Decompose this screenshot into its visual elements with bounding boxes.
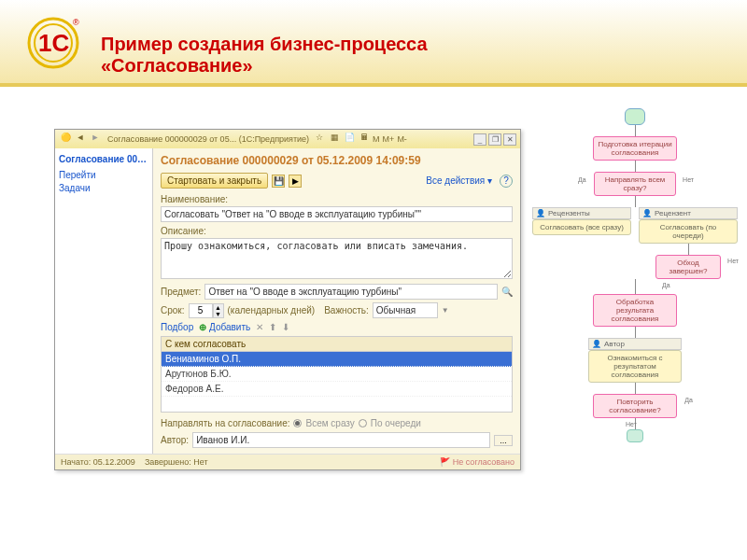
pick-link[interactable]: Подбор (161, 322, 193, 332)
repeat-node: Повторить согласование? Да Нет (593, 394, 677, 418)
start-node (625, 108, 645, 125)
form-title: Согласование 000000029 от 05.12.2009 14:… (161, 154, 513, 167)
author-lookup-button[interactable]: ... (494, 435, 513, 446)
approve-queue-node: Согласовать (по очереди) (639, 219, 738, 244)
svg-text:1C: 1C (38, 29, 69, 57)
nav-fwd-icon[interactable]: ► (89, 133, 102, 146)
term-label: Срок: (161, 305, 185, 315)
end-node (627, 429, 643, 442)
review-result-node: Ознакомиться с результатом согласования (588, 350, 682, 383)
move-down-icon[interactable]: ⬇ (282, 322, 289, 332)
restore-button[interactable]: ❐ (488, 133, 501, 146)
window-title: Согласование 000000029 от 05... (1С:Пред… (107, 134, 309, 144)
table-row[interactable]: Вениаминов О.П. (162, 352, 512, 367)
radio-queue[interactable] (359, 419, 367, 427)
edge-yes: Да (578, 176, 586, 183)
radio-all[interactable] (293, 419, 302, 427)
flowchart: Подготовка итерации согласования Направл… (532, 108, 738, 442)
importance-select[interactable] (373, 302, 438, 318)
app-logo: 1C ® (14, 14, 87, 74)
app-icon: 🟡 (59, 133, 72, 146)
doc-icon[interactable]: 📄 (343, 133, 356, 146)
subject-label: Предмет: (161, 287, 201, 297)
memory-mminus[interactable]: M- (397, 134, 407, 144)
subject-input[interactable] (204, 284, 498, 300)
term-input[interactable] (189, 303, 213, 318)
save-icon[interactable]: 💾 (272, 175, 285, 188)
nav-back-icon[interactable]: ◄ (74, 133, 87, 146)
role-reviewer: 👤Рецензент (639, 207, 738, 219)
table-header: С кем согласовать (162, 337, 512, 352)
desc-label: Описание: (161, 226, 513, 236)
move-up-icon[interactable]: ⬆ (269, 322, 276, 332)
lookup-icon[interactable]: 🔍 (501, 287, 513, 297)
calc-icon[interactable]: 🖩 (358, 133, 371, 146)
approvers-table[interactable]: С кем согласовать Вениаминов О.П. Арутюн… (161, 336, 513, 413)
memory-m[interactable]: M (373, 134, 380, 144)
process-result-node: Обработка результата согласования (593, 294, 677, 327)
titlebar[interactable]: 🟡 ◄ ► Согласование 000000029 от 05... (1… (55, 130, 520, 148)
add-icon[interactable]: ⊕ (199, 322, 206, 332)
all-actions-menu[interactable]: Все действия ▾ (426, 175, 492, 186)
sidebar-heading: Согласование 000000... (59, 154, 148, 164)
flag-icon: 🚩 (440, 457, 450, 467)
nav-goto[interactable]: Перейти (59, 170, 148, 180)
memory-mplus[interactable]: M+ (383, 134, 395, 144)
delete-icon[interactable]: ✕ (256, 322, 263, 332)
sidebar: Согласование 000000... Перейти Задачи (55, 148, 153, 454)
slide-title: Пример создания бизнес-процесса «Согласо… (101, 34, 428, 77)
name-label: Наименование: (161, 194, 513, 204)
play-icon[interactable]: ▶ (289, 175, 302, 188)
grid-icon[interactable]: ▦ (328, 133, 341, 146)
table-row[interactable]: Федоров А.Е. (162, 382, 512, 397)
role-author: 👤Автор (588, 338, 682, 350)
opt-all-label: Всем сразу (305, 418, 354, 428)
importance-label: Важность: (324, 305, 369, 315)
status-done: Завершено: Нет (145, 457, 208, 467)
name-input[interactable] (161, 206, 513, 222)
prep-node: Подготовка итерации согласования (593, 136, 677, 161)
svg-text:®: ® (73, 18, 79, 27)
decide-all-node: Направлять всем сразу? Да Нет (594, 172, 676, 196)
spin-up-icon[interactable]: ▲▼ (213, 303, 224, 318)
send-mode-label: Направлять на согласование: (161, 418, 289, 428)
opt-queue-label: По очереди (371, 418, 421, 428)
nav-tasks[interactable]: Задачи (59, 183, 148, 193)
star-icon[interactable]: ☆ (313, 133, 326, 146)
table-row[interactable]: Арутюнов Б.Ю. (162, 367, 512, 382)
author-input[interactable] (192, 432, 490, 448)
start-and-close-button[interactable]: Стартовать и закрыть (161, 173, 268, 189)
role-reviewers: 👤Рецензенты (532, 207, 631, 219)
desc-textarea[interactable] (161, 238, 513, 279)
close-button[interactable]: ✕ (503, 133, 516, 146)
round-done-node: Обход завершен? Нет Да (655, 255, 721, 279)
author-label: Автор: (161, 435, 189, 445)
add-link[interactable]: Добавить (209, 322, 250, 332)
app-window: 🟡 ◄ ► Согласование 000000029 от 05... (1… (54, 129, 521, 470)
term-suffix: (календарных дней) (228, 305, 316, 315)
status-started: Начато: 05.12.2009 (61, 457, 135, 467)
approve-all-node: Согласовать (все сразу) (532, 219, 631, 235)
help-icon[interactable]: ? (500, 175, 513, 188)
statusbar: Начато: 05.12.2009 Завершено: Нет 🚩 Не с… (55, 454, 520, 469)
edge-no: Нет (683, 176, 694, 183)
minimize-button[interactable]: _ (473, 133, 486, 146)
dropdown-icon[interactable]: ▼ (442, 306, 449, 315)
status-not-approved: Не согласовано (453, 457, 514, 467)
